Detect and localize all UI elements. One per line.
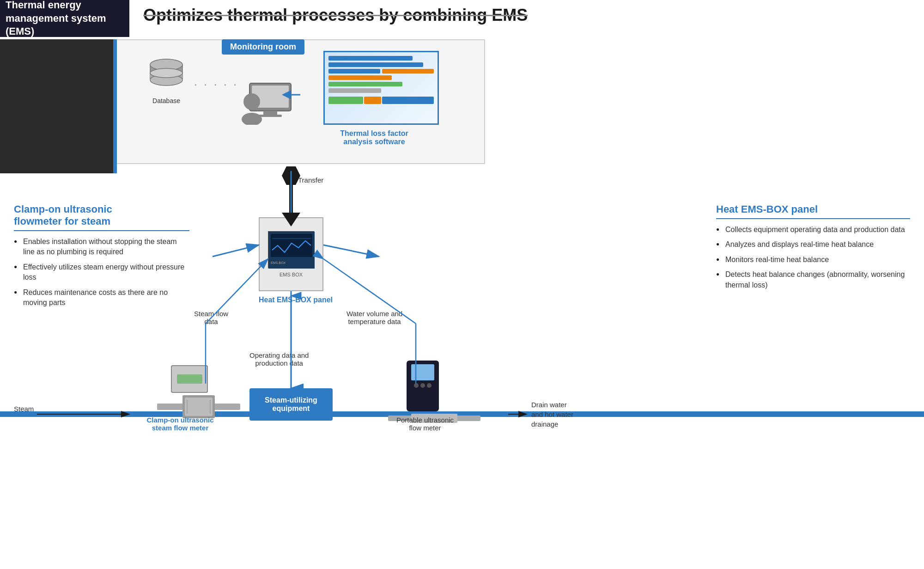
svg-point-12 <box>242 113 262 125</box>
database-label: Database <box>148 97 185 104</box>
bullet-item-3: Reduces maintenance costs as there are n… <box>14 288 189 308</box>
btn-3 <box>427 383 432 388</box>
portable-meter-label: Portable ultrasonicflow meter <box>388 416 462 432</box>
flowmeter-screen <box>177 374 202 384</box>
ems-box-device: EMS-BOX EMS BOX <box>259 217 323 291</box>
database-icon <box>148 55 185 92</box>
svg-line-26 <box>323 245 379 257</box>
main-title: Optimizes thermal processes by combining… <box>143 6 528 25</box>
clamp-pipe-attachment <box>157 395 240 418</box>
right-bullet-1: Collects equipment operating data and pr… <box>716 225 910 235</box>
dark-panel-stripe <box>113 39 117 173</box>
software-inner <box>325 52 438 123</box>
left-panel-title: Clamp-on ultrasonicflowmeter for steam <box>14 203 189 231</box>
svg-rect-10 <box>259 115 282 117</box>
right-panel: Heat EMS-BOX panel Collects equipment op… <box>716 203 910 295</box>
svg-rect-41 <box>185 398 213 416</box>
bullet-item-1: Enables installation without stopping th… <box>14 237 189 257</box>
person-monitor-icon <box>226 51 300 127</box>
right-panel-title: Heat EMS-BOX panel <box>716 203 910 219</box>
svg-rect-9 <box>263 111 277 115</box>
right-panel-bullets: Collects equipment operating data and pr… <box>716 225 910 290</box>
sw-row-1 <box>328 56 413 61</box>
flowmeter-body <box>171 365 208 393</box>
sw-row-3 <box>328 75 392 80</box>
left-panel: Clamp-on ultrasonicflowmeter for steam E… <box>14 203 189 312</box>
software-box <box>323 51 439 125</box>
svg-text:EMS-BOX: EMS-BOX <box>271 261 286 264</box>
portable-body <box>407 361 439 411</box>
steam-equip-box: Steam-utilizingequipment <box>249 388 333 421</box>
dark-panel <box>0 39 116 173</box>
svg-line-25 <box>213 245 259 257</box>
ems-box-screen: EMS-BOX <box>268 231 314 268</box>
header-bar: Thermal energy management system (EMS) <box>0 0 129 37</box>
svg-point-6 <box>150 68 182 78</box>
software-label: Thermal loss factoranalysis software <box>323 129 425 146</box>
left-panel-bullets: Enables installation without stopping th… <box>14 237 189 308</box>
operating-data-label: Operating data andproduction data <box>249 351 309 367</box>
bullet-item-2: Effectively utilizes steam energy withou… <box>14 262 189 283</box>
ems-box-label: Heat EMS-BOX panel <box>236 296 356 304</box>
sw-row-5 <box>328 88 381 93</box>
database-area: Database <box>148 55 185 104</box>
btn-1 <box>414 383 419 388</box>
svg-marker-20 <box>282 166 300 185</box>
drain-label: Drain waterand hot waterdrainage <box>531 400 573 429</box>
sw-row-2 <box>328 62 423 67</box>
btn-2 <box>420 383 425 388</box>
right-bullet-4: Detects heat balance changes (abnormalit… <box>716 269 910 290</box>
header-title: Thermal energy management system (EMS) <box>6 0 124 38</box>
sw-row-4 <box>328 82 402 86</box>
svg-text:Transfer: Transfer <box>298 176 323 184</box>
steam-label: Steam <box>14 405 34 413</box>
right-bullet-3: Monitors real-time heat balance <box>716 255 910 265</box>
clamp-meter-label: Clamp-on ultrasonicsteam flow meter <box>129 416 231 432</box>
svg-point-11 <box>243 93 260 110</box>
water-volume-data-label: Water volume andtemperature data <box>346 310 402 325</box>
portable-buttons <box>414 383 432 388</box>
portable-flowmeter-device <box>402 361 444 411</box>
right-bullet-2: Analyzes and displays real-time heat bal… <box>716 239 910 250</box>
portable-screen <box>411 364 434 380</box>
steam-flow-data-label: Steam flowdata <box>194 310 228 325</box>
